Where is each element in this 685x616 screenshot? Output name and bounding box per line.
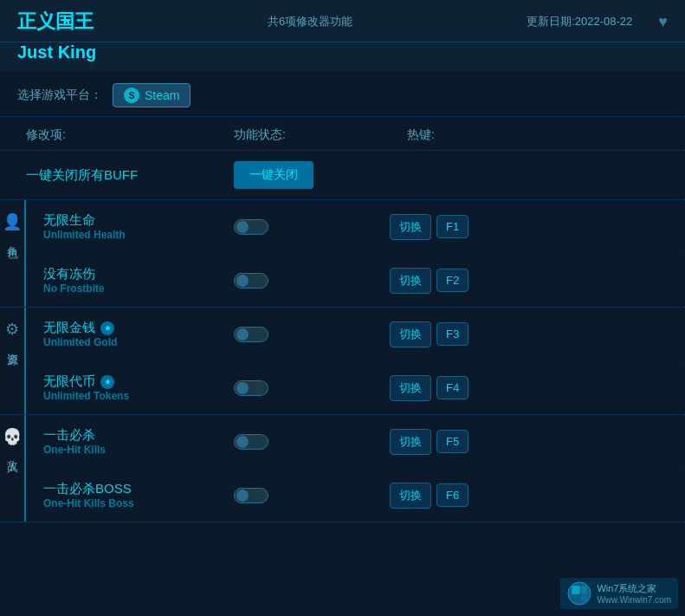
mod-name-en: One-Hit Kills bbox=[43, 444, 234, 456]
category-icon-resources: ⚙ bbox=[5, 320, 19, 339]
toggle-area bbox=[234, 219, 390, 235]
one-click-button[interactable]: 一键关闭 bbox=[234, 161, 313, 189]
category-name-resources: 资源 bbox=[4, 344, 20, 347]
steam-button[interactable]: S Steam bbox=[113, 83, 191, 107]
mod-name-en: No Frostbite bbox=[43, 282, 234, 295]
table-row: 无限生命 Unlimited Health 切换 F1 bbox=[26, 200, 685, 254]
mod-name-cn: 一击必杀BOSS bbox=[43, 481, 234, 497]
table-row: 无限代币★ Unlimited Tokens 切换 F4 bbox=[26, 361, 685, 414]
hotkey-area: 切换 F5 bbox=[390, 429, 668, 455]
toggle-area bbox=[234, 488, 390, 503]
win7-logo-icon bbox=[567, 581, 591, 606]
mod-name-block: 无限生命 Unlimited Health bbox=[43, 212, 234, 241]
hotkey-key: F6 bbox=[436, 483, 469, 507]
hotkey-toggle-button[interactable]: 切换 bbox=[390, 375, 431, 401]
toggle-area bbox=[234, 434, 390, 450]
hotkey-toggle-button[interactable]: 切换 bbox=[390, 321, 431, 347]
category-name-character: 角色 bbox=[4, 237, 20, 240]
category-resources: ⚙ 资源 无限金钱★ Unlimited Gold 切换 F3 无限代币★ bbox=[0, 308, 685, 415]
table-row: 无限金钱★ Unlimited Gold 切换 F3 bbox=[26, 308, 685, 361]
category-icon-enemy: 💀 bbox=[3, 427, 22, 446]
toggle-area bbox=[234, 380, 390, 396]
hotkey-area: 切换 F1 bbox=[390, 214, 668, 240]
mod-name-block: 一击必杀 One-Hit Kills bbox=[43, 427, 234, 456]
mod-name-en: Unlimited Health bbox=[43, 229, 234, 241]
toggle-switch[interactable] bbox=[234, 488, 268, 503]
hotkey-key: F2 bbox=[436, 269, 469, 292]
hotkey-toggle-button[interactable]: 切换 bbox=[390, 214, 431, 240]
hotkey-area: 切换 F2 bbox=[390, 268, 668, 294]
platform-section: 选择游戏平台： S Steam bbox=[0, 71, 685, 117]
category-icon-character: 👤 bbox=[3, 212, 22, 231]
svg-rect-4 bbox=[581, 595, 587, 601]
table-row: 一击必杀 One-Hit Kills 切换 F5 bbox=[26, 415, 685, 469]
star-badge: ★ bbox=[100, 321, 114, 335]
mod-name-block: 没有冻伤 No Frostbite bbox=[43, 266, 234, 295]
toggle-switch[interactable] bbox=[234, 380, 268, 396]
categories-container: 👤 角色 无限生命 Unlimited Health 切换 F1 没有冻伤 bbox=[0, 200, 685, 522]
header: 正义国王 共6项修改器功能 更新日期:2022-08-22 ♥ bbox=[0, 0, 685, 42]
watermark-site: Win7系统之家 bbox=[597, 582, 671, 595]
hotkey-toggle-button[interactable]: 切换 bbox=[390, 429, 431, 455]
hotkey-area: 切换 F3 bbox=[390, 321, 668, 347]
toggle-switch[interactable] bbox=[234, 434, 268, 450]
mod-name-en: Unlimited Tokens bbox=[43, 390, 234, 402]
toggle-knob bbox=[236, 382, 249, 394]
steam-label: Steam bbox=[145, 88, 179, 102]
hotkey-toggle-button[interactable]: 切换 bbox=[390, 483, 431, 509]
mod-name-block: 无限金钱★ Unlimited Gold bbox=[43, 320, 234, 348]
svg-rect-3 bbox=[572, 595, 580, 601]
hotkey-toggle-button[interactable]: 切换 bbox=[390, 268, 431, 294]
table-row: 一击必杀BOSS One-Hit Kills Boss 切换 F6 bbox=[26, 469, 685, 522]
hotkey-area: 切换 F4 bbox=[390, 375, 668, 401]
toggle-knob bbox=[236, 221, 249, 233]
star-badge: ★ bbox=[100, 375, 114, 389]
mod-name-en: One-Hit Kills Boss bbox=[43, 497, 234, 509]
mod-name-cn: 无限代币★ bbox=[43, 373, 234, 390]
category-character: 👤 角色 无限生命 Unlimited Health 切换 F1 没有冻伤 bbox=[0, 200, 685, 308]
favorite-heart-icon[interactable]: ♥ bbox=[658, 13, 668, 31]
platform-label: 选择游戏平台： bbox=[17, 88, 102, 103]
category-name-enemy: 敌人 bbox=[4, 451, 20, 455]
column-headers: 修改项: 功能状态: 热键: bbox=[0, 117, 685, 151]
col-hotkey-label: 热键: bbox=[407, 127, 668, 143]
watermark-url: Www.Winwin7.com bbox=[597, 595, 671, 605]
special-row: 一键关闭所有BUFF 一键关闭 bbox=[0, 151, 685, 200]
toggle-knob bbox=[236, 490, 249, 502]
hotkey-key: F3 bbox=[436, 322, 469, 346]
mod-name-block: 无限代币★ Unlimited Tokens bbox=[43, 373, 234, 402]
mod-name-block: 一击必杀BOSS One-Hit Kills Boss bbox=[43, 481, 234, 509]
table-row: 没有冻伤 No Frostbite 切换 F2 bbox=[26, 254, 685, 307]
category-enemy: 💀 敌人 一击必杀 One-Hit Kills 切换 F5 一击必杀BOSS bbox=[0, 415, 685, 522]
header-date: 更新日期:2022-08-22 bbox=[527, 14, 632, 29]
hotkey-area: 切换 F6 bbox=[390, 483, 668, 509]
toggle-knob bbox=[236, 275, 249, 287]
special-mod-name: 一键关闭所有BUFF bbox=[26, 167, 234, 184]
title-en: Just King bbox=[17, 42, 668, 62]
mod-name-cn: 无限生命 bbox=[43, 212, 234, 229]
hotkey-key: F1 bbox=[436, 215, 469, 238]
hotkey-key: F4 bbox=[436, 376, 469, 399]
mod-name-cn: 一击必杀 bbox=[43, 427, 234, 444]
toggle-area bbox=[234, 273, 390, 289]
mod-name-en: Unlimited Gold bbox=[43, 336, 234, 348]
watermark: Win7系统之家 Www.Winwin7.com bbox=[560, 578, 678, 609]
col-mod-label: 修改项: bbox=[26, 127, 234, 143]
subtitle-section: Just King bbox=[0, 42, 685, 71]
svg-rect-2 bbox=[581, 586, 587, 594]
hotkey-key: F5 bbox=[436, 430, 469, 453]
toggle-switch[interactable] bbox=[234, 219, 268, 235]
col-status-label: 功能状态: bbox=[234, 127, 407, 143]
toggle-switch[interactable] bbox=[234, 327, 268, 342]
header-info: 共6项修改器功能 bbox=[120, 14, 501, 29]
svg-rect-1 bbox=[572, 586, 580, 594]
mod-name-cn: 没有冻伤 bbox=[43, 266, 234, 282]
toggle-knob bbox=[236, 436, 249, 448]
steam-icon: S bbox=[124, 88, 139, 103]
title-cn: 正义国王 bbox=[17, 9, 94, 35]
toggle-switch[interactable] bbox=[234, 273, 268, 289]
toggle-area bbox=[234, 327, 390, 342]
toggle-knob bbox=[236, 328, 249, 340]
mod-name-cn: 无限金钱★ bbox=[43, 320, 234, 336]
